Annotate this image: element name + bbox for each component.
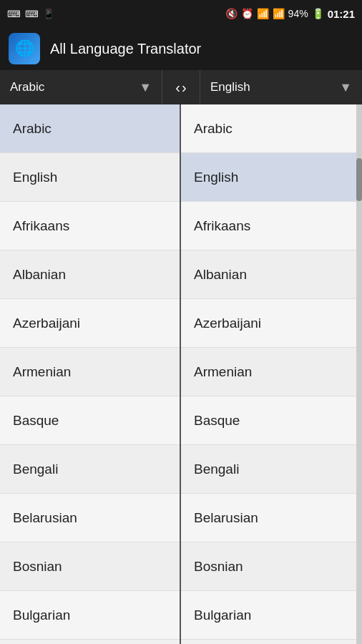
mute-icon: 🔇: [225, 8, 238, 19]
list-item[interactable]: Bulgarian: [0, 591, 180, 640]
status-icons-left: ⌨ ⌨ 📱: [7, 9, 54, 19]
list-item[interactable]: Albanian: [0, 250, 180, 299]
target-language-name: English: [210, 80, 250, 94]
alarm-icon: ⏰: [241, 8, 253, 19]
phone-icon: 📱: [43, 9, 54, 19]
list-item[interactable]: Basque: [0, 396, 180, 445]
list-item[interactable]: Bosnian: [0, 542, 180, 591]
source-language-selector[interactable]: Arabic ▼: [0, 70, 162, 104]
source-language-name: Arabic: [10, 80, 44, 94]
list-item[interactable]: Belarusian: [0, 494, 180, 542]
list-item[interactable]: Armenian: [0, 348, 180, 396]
status-icons-right: 🔇 ⏰ 📶 📶 94% 🔋 01:21: [225, 8, 355, 20]
app-header: 🌐 All Language Translator: [0, 27, 362, 70]
list-item[interactable]: Arabic: [0, 104, 180, 153]
battery-percent: 94%: [288, 8, 308, 19]
target-language-dropdown-icon: ▼: [339, 80, 352, 95]
list-item[interactable]: Afrikaans: [181, 202, 362, 250]
swap-button[interactable]: ‹ ›: [162, 70, 200, 104]
target-language-selector[interactable]: English ▼: [200, 70, 362, 104]
list-item[interactable]: English: [0, 153, 180, 202]
main-content: ArabicEnglishAfrikaansAlbanianAzerbaijan…: [0, 104, 362, 644]
language-selector-bar: Arabic ▼ ‹ › English ▼: [0, 70, 362, 104]
list-item[interactable]: Arabic: [181, 104, 362, 153]
list-item[interactable]: Basque: [181, 396, 362, 445]
kb-icon: ⌨: [25, 9, 39, 19]
list-item[interactable]: Bengali: [181, 445, 362, 494]
source-language-list[interactable]: ArabicEnglishAfrikaansAlbanianAzerbaijan…: [0, 104, 181, 644]
source-language-dropdown-icon: ▼: [139, 80, 152, 95]
battery-icon: 🔋: [312, 8, 324, 19]
usb-icon: ⌨: [7, 9, 21, 19]
list-item[interactable]: Bosnian: [181, 542, 362, 591]
fast-scroll-bar[interactable]: [356, 104, 362, 644]
swap-right-icon: ›: [182, 79, 187, 96]
status-bar: ⌨ ⌨ 📱 🔇 ⏰ 📶 📶 94% 🔋 01:21: [0, 0, 362, 27]
list-item[interactable]: Bulgarian: [181, 591, 362, 640]
list-item[interactable]: Azerbaijani: [0, 299, 180, 348]
list-item[interactable]: Bengali: [0, 445, 180, 494]
app-icon: 🌐: [9, 33, 40, 64]
swap-left-icon: ‹: [175, 79, 180, 96]
signal-icon: 📶: [273, 8, 285, 19]
globe-icon: 🌐: [15, 39, 34, 58]
fast-scroll-thumb[interactable]: [356, 158, 362, 201]
list-item[interactable]: Armenian: [181, 348, 362, 396]
list-item[interactable]: Azerbaijani: [181, 299, 362, 348]
list-item[interactable]: Belarusian: [181, 494, 362, 542]
list-item[interactable]: Afrikaans: [0, 202, 180, 250]
list-item[interactable]: Albanian: [181, 250, 362, 299]
wifi-icon: 📶: [257, 8, 269, 19]
list-item[interactable]: English: [181, 153, 362, 202]
clock: 01:21: [328, 8, 355, 20]
target-language-list[interactable]: ArabicEnglishAfrikaansAlbanianAzerbaijan…: [181, 104, 362, 644]
app-title: All Language Translator: [50, 41, 201, 57]
